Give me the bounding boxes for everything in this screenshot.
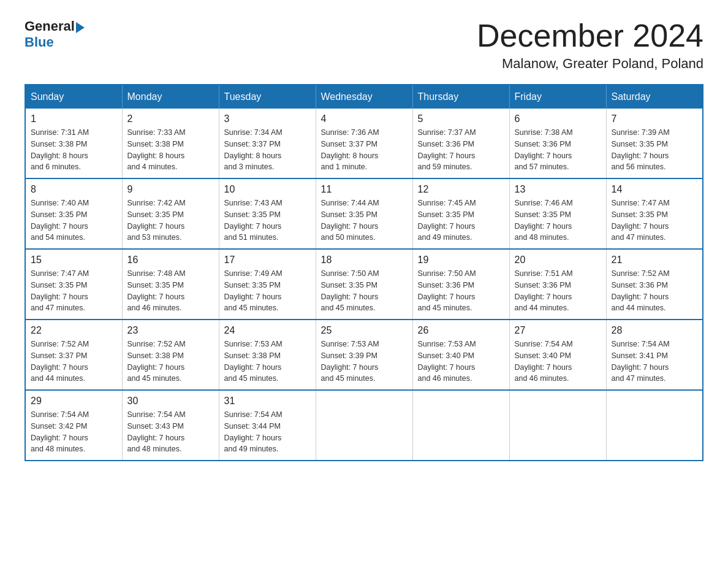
day-number: 1 (31, 113, 117, 124)
day-info: Sunrise: 7:40 AM Sunset: 3:35 PM Dayligh… (31, 197, 117, 243)
day-cell (509, 390, 606, 461)
week-row-4: 22 Sunrise: 7:52 AM Sunset: 3:37 PM Dayl… (25, 320, 703, 390)
day-info: Sunrise: 7:54 AM Sunset: 3:43 PM Dayligh… (127, 409, 214, 455)
day-cell: 9 Sunrise: 7:42 AM Sunset: 3:35 PM Dayli… (122, 178, 219, 249)
day-info: Sunrise: 7:52 AM Sunset: 3:38 PM Dayligh… (127, 339, 214, 385)
week-row-5: 29 Sunrise: 7:54 AM Sunset: 3:42 PM Dayl… (25, 390, 703, 461)
header-saturday: Saturday (606, 85, 703, 109)
day-cell: 22 Sunrise: 7:52 AM Sunset: 3:37 PM Dayl… (25, 320, 122, 390)
day-info: Sunrise: 7:49 AM Sunset: 3:35 PM Dayligh… (224, 268, 311, 314)
day-info: Sunrise: 7:48 AM Sunset: 3:35 PM Dayligh… (127, 268, 214, 314)
day-number: 17 (224, 255, 311, 266)
day-number: 8 (31, 184, 117, 195)
day-cell: 11 Sunrise: 7:44 AM Sunset: 3:35 PM Dayl… (316, 178, 412, 249)
day-info: Sunrise: 7:53 AM Sunset: 3:38 PM Dayligh… (224, 339, 311, 385)
day-info: Sunrise: 7:52 AM Sunset: 3:36 PM Dayligh… (612, 268, 698, 314)
day-number: 3 (224, 113, 311, 124)
day-number: 20 (515, 255, 601, 266)
day-cell: 31 Sunrise: 7:54 AM Sunset: 3:44 PM Dayl… (219, 390, 316, 461)
day-cell: 28 Sunrise: 7:54 AM Sunset: 3:41 PM Dayl… (606, 320, 703, 390)
day-info: Sunrise: 7:45 AM Sunset: 3:35 PM Dayligh… (418, 197, 504, 243)
day-cell: 6 Sunrise: 7:38 AM Sunset: 3:36 PM Dayli… (509, 109, 606, 178)
day-number: 26 (418, 325, 504, 336)
day-cell (412, 390, 509, 461)
day-cell: 8 Sunrise: 7:40 AM Sunset: 3:35 PM Dayli… (25, 178, 122, 249)
week-row-3: 15 Sunrise: 7:47 AM Sunset: 3:35 PM Dayl… (25, 249, 703, 320)
day-info: Sunrise: 7:54 AM Sunset: 3:44 PM Dayligh… (224, 409, 311, 455)
day-cell: 30 Sunrise: 7:54 AM Sunset: 3:43 PM Dayl… (122, 390, 219, 461)
day-cell: 24 Sunrise: 7:53 AM Sunset: 3:38 PM Dayl… (219, 320, 316, 390)
day-info: Sunrise: 7:52 AM Sunset: 3:37 PM Dayligh… (31, 339, 117, 385)
day-number: 23 (127, 325, 214, 336)
header-row: Sunday Monday Tuesday Wednesday Thursday… (25, 85, 703, 109)
day-number: 13 (515, 184, 601, 195)
day-cell: 14 Sunrise: 7:47 AM Sunset: 3:35 PM Dayl… (606, 178, 703, 249)
day-cell: 29 Sunrise: 7:54 AM Sunset: 3:42 PM Dayl… (25, 390, 122, 461)
logo-general: General (25, 18, 75, 34)
day-cell: 5 Sunrise: 7:37 AM Sunset: 3:36 PM Dayli… (412, 109, 509, 178)
day-info: Sunrise: 7:44 AM Sunset: 3:35 PM Dayligh… (321, 197, 408, 243)
day-number: 24 (224, 325, 311, 336)
day-cell: 20 Sunrise: 7:51 AM Sunset: 3:36 PM Dayl… (509, 249, 606, 320)
day-info: Sunrise: 7:54 AM Sunset: 3:42 PM Dayligh… (31, 409, 117, 455)
day-info: Sunrise: 7:42 AM Sunset: 3:35 PM Dayligh… (127, 197, 214, 243)
day-number: 2 (127, 113, 214, 124)
day-cell: 19 Sunrise: 7:50 AM Sunset: 3:36 PM Dayl… (412, 249, 509, 320)
day-number: 31 (224, 396, 311, 407)
week-row-1: 1 Sunrise: 7:31 AM Sunset: 3:38 PM Dayli… (25, 109, 703, 178)
day-number: 19 (418, 255, 504, 266)
title-section: December 2024 Malanow, Greater Poland, P… (477, 18, 703, 72)
day-info: Sunrise: 7:47 AM Sunset: 3:35 PM Dayligh… (612, 197, 698, 243)
day-info: Sunrise: 7:51 AM Sunset: 3:36 PM Dayligh… (515, 268, 601, 314)
day-info: Sunrise: 7:47 AM Sunset: 3:35 PM Dayligh… (31, 268, 117, 314)
logo-arrow-icon (76, 22, 85, 33)
day-cell: 16 Sunrise: 7:48 AM Sunset: 3:35 PM Dayl… (122, 249, 219, 320)
day-info: Sunrise: 7:37 AM Sunset: 3:36 PM Dayligh… (418, 127, 504, 173)
day-cell (606, 390, 703, 461)
logo: General Blue (25, 18, 85, 50)
day-cell: 4 Sunrise: 7:36 AM Sunset: 3:37 PM Dayli… (316, 109, 412, 178)
day-cell: 3 Sunrise: 7:34 AM Sunset: 3:37 PM Dayli… (219, 109, 316, 178)
day-info: Sunrise: 7:50 AM Sunset: 3:36 PM Dayligh… (418, 268, 504, 314)
day-number: 28 (612, 325, 698, 336)
calendar-table: Sunday Monday Tuesday Wednesday Thursday… (25, 84, 703, 461)
day-number: 12 (418, 184, 504, 195)
day-info: Sunrise: 7:53 AM Sunset: 3:39 PM Dayligh… (321, 339, 408, 385)
day-info: Sunrise: 7:39 AM Sunset: 3:35 PM Dayligh… (612, 127, 698, 173)
location-title: Malanow, Greater Poland, Poland (477, 56, 703, 72)
calendar-body: 1 Sunrise: 7:31 AM Sunset: 3:38 PM Dayli… (25, 109, 703, 461)
day-cell: 1 Sunrise: 7:31 AM Sunset: 3:38 PM Dayli… (25, 109, 122, 178)
day-number: 22 (31, 325, 117, 336)
day-info: Sunrise: 7:33 AM Sunset: 3:38 PM Dayligh… (127, 127, 214, 173)
day-number: 4 (321, 113, 408, 124)
day-number: 6 (515, 113, 601, 124)
logo-blue: Blue (25, 34, 54, 50)
page-header: General Blue December 2024 Malanow, Grea… (25, 18, 703, 72)
day-info: Sunrise: 7:46 AM Sunset: 3:35 PM Dayligh… (515, 197, 601, 243)
day-number: 27 (515, 325, 601, 336)
day-cell: 10 Sunrise: 7:43 AM Sunset: 3:35 PM Dayl… (219, 178, 316, 249)
day-cell: 23 Sunrise: 7:52 AM Sunset: 3:38 PM Dayl… (122, 320, 219, 390)
day-number: 14 (612, 184, 698, 195)
header-friday: Friday (509, 85, 606, 109)
week-row-2: 8 Sunrise: 7:40 AM Sunset: 3:35 PM Dayli… (25, 178, 703, 249)
day-number: 15 (31, 255, 117, 266)
day-number: 25 (321, 325, 408, 336)
header-thursday: Thursday (412, 85, 509, 109)
header-monday: Monday (122, 85, 219, 109)
header-wednesday: Wednesday (316, 85, 412, 109)
day-info: Sunrise: 7:38 AM Sunset: 3:36 PM Dayligh… (515, 127, 601, 173)
calendar-header: Sunday Monday Tuesday Wednesday Thursday… (25, 85, 703, 109)
day-cell: 27 Sunrise: 7:54 AM Sunset: 3:40 PM Dayl… (509, 320, 606, 390)
day-number: 16 (127, 255, 214, 266)
header-sunday: Sunday (25, 85, 122, 109)
day-cell (316, 390, 412, 461)
day-info: Sunrise: 7:36 AM Sunset: 3:37 PM Dayligh… (321, 127, 408, 173)
day-cell: 13 Sunrise: 7:46 AM Sunset: 3:35 PM Dayl… (509, 178, 606, 249)
day-cell: 12 Sunrise: 7:45 AM Sunset: 3:35 PM Dayl… (412, 178, 509, 249)
day-number: 18 (321, 255, 408, 266)
day-info: Sunrise: 7:50 AM Sunset: 3:35 PM Dayligh… (321, 268, 408, 314)
day-number: 11 (321, 184, 408, 195)
day-cell: 7 Sunrise: 7:39 AM Sunset: 3:35 PM Dayli… (606, 109, 703, 178)
day-number: 30 (127, 396, 214, 407)
